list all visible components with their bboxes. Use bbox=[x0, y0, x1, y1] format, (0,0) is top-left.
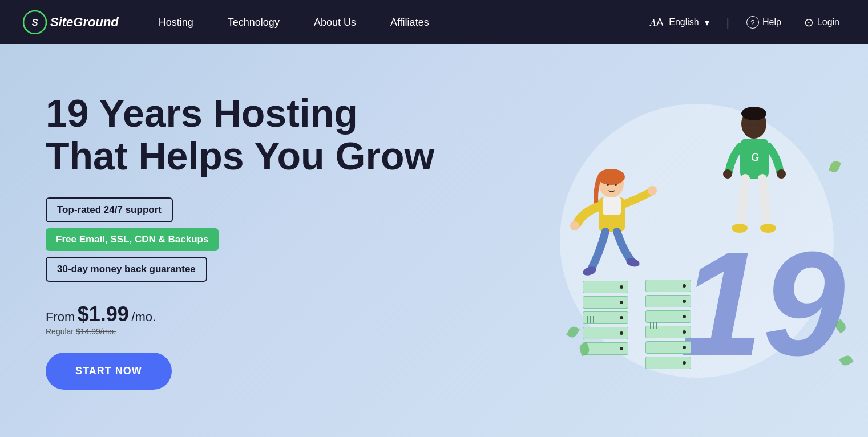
illustration-content: 19 bbox=[537, 70, 857, 412]
server-unit bbox=[645, 341, 691, 354]
server-unit bbox=[645, 357, 691, 369]
chevron-down-icon: ▾ bbox=[705, 17, 709, 28]
server-dot bbox=[683, 300, 686, 303]
help-link[interactable]: ? Help bbox=[741, 13, 787, 32]
leaf-decoration bbox=[566, 325, 580, 339]
login-label: Login bbox=[817, 17, 839, 27]
nav-affiliates[interactable]: Affiliates bbox=[373, 0, 446, 44]
server-dot bbox=[620, 331, 623, 335]
female-person-illustration bbox=[548, 161, 663, 321]
pricing-block: From $1.99 /mo. Regular $14.99/mo. bbox=[46, 302, 434, 337]
server-unit bbox=[583, 342, 628, 355]
site-logo[interactable]: S SiteGround bbox=[23, 10, 119, 34]
svg-point-7 bbox=[648, 186, 657, 195]
server-dot bbox=[683, 315, 686, 318]
start-now-button[interactable]: START NOW bbox=[46, 353, 172, 390]
logo-text: SiteGround bbox=[50, 15, 119, 30]
svg-point-13 bbox=[741, 107, 766, 120]
server-dot bbox=[683, 361, 686, 365]
server-dot bbox=[683, 346, 686, 349]
svg-point-19 bbox=[777, 169, 786, 179]
hero-content: 19 Years Hosting That Helps You Grow Top… bbox=[46, 92, 434, 390]
svg-point-18 bbox=[723, 169, 732, 179]
svg-rect-5 bbox=[603, 197, 621, 215]
svg-point-20 bbox=[732, 224, 748, 233]
pricing-from-label: From bbox=[46, 310, 75, 324]
nav-separator: | bbox=[726, 16, 729, 29]
pricing-period: /mo. bbox=[131, 310, 156, 324]
language-selector[interactable]: 𝐴A English ▾ bbox=[644, 13, 715, 32]
user-icon: ⊙ bbox=[804, 15, 814, 29]
svg-text:G: G bbox=[751, 152, 759, 163]
nav-about-us[interactable]: About Us bbox=[297, 0, 373, 44]
badge-free-features: Free Email, SSL, CDN & Backups bbox=[46, 228, 219, 251]
svg-point-3 bbox=[597, 169, 625, 185]
svg-point-16 bbox=[749, 124, 752, 127]
login-link[interactable]: ⊙ Login bbox=[798, 12, 845, 33]
server-dot bbox=[620, 347, 623, 350]
help-label: Help bbox=[762, 17, 781, 27]
leaf-decoration bbox=[829, 160, 841, 173]
pricing-main: From $1.99 /mo. bbox=[46, 302, 434, 326]
navbar: S SiteGround Hosting Technology About Us… bbox=[0, 0, 868, 44]
hero-badges: Top-rated 24/7 support Free Email, SSL, … bbox=[46, 197, 434, 282]
svg-text:S: S bbox=[32, 18, 38, 27]
help-icon: ? bbox=[746, 16, 759, 29]
pricing-regular-price: $14.99/mo. bbox=[76, 327, 116, 336]
nav-technology[interactable]: Technology bbox=[211, 0, 297, 44]
server-dot bbox=[683, 284, 686, 288]
hero-title: 19 Years Hosting That Helps You Grow bbox=[46, 92, 434, 177]
server-unit bbox=[583, 327, 628, 339]
svg-point-21 bbox=[760, 224, 776, 233]
male-person-illustration: G bbox=[708, 101, 800, 272]
pricing-regular: Regular $14.99/mo. bbox=[46, 326, 434, 337]
badge-support: Top-rated 24/7 support bbox=[46, 197, 173, 222]
svg-point-6 bbox=[570, 221, 579, 230]
hero-section: 19 Years Hosting That Helps You Grow Top… bbox=[0, 44, 868, 437]
nav-right: 𝐴A English ▾ | ? Help ⊙ Login bbox=[644, 12, 845, 33]
badge-guarantee: 30-day money back guarantee bbox=[46, 257, 207, 282]
nav-links: Hosting Technology About Us Affiliates bbox=[142, 0, 644, 44]
nav-hosting[interactable]: Hosting bbox=[142, 0, 211, 44]
pricing-price: $1.99 bbox=[78, 302, 129, 326]
svg-point-11 bbox=[615, 184, 617, 186]
hero-illustration: 19 bbox=[526, 44, 868, 437]
translate-icon: 𝐴A bbox=[650, 17, 663, 29]
language-label: English bbox=[669, 17, 699, 27]
svg-point-17 bbox=[757, 124, 760, 127]
server-dot bbox=[683, 330, 686, 334]
svg-point-10 bbox=[607, 184, 609, 186]
pricing-regular-label: Regular bbox=[46, 327, 74, 336]
